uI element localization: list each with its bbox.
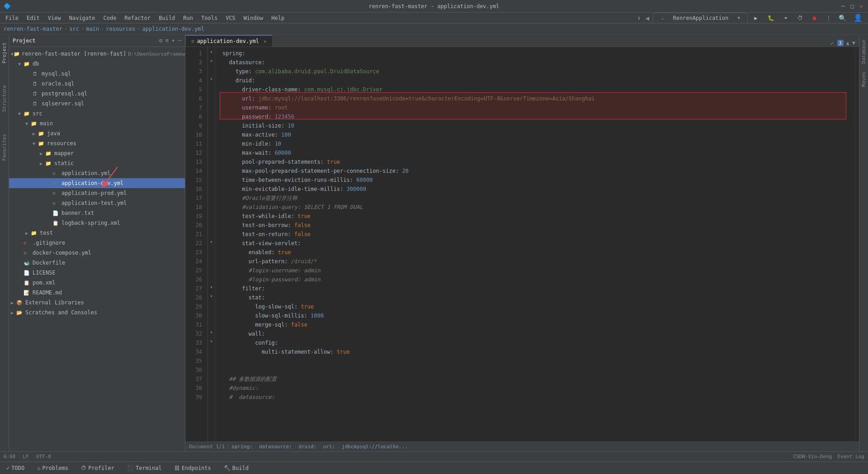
sidebar-layout-icon[interactable]: ≡ [165,37,169,44]
breadcrumb-spring[interactable]: spring: [231,444,252,450]
breadcrumb-datasource[interactable]: datasource: [259,444,292,450]
menu-build[interactable]: Build [155,14,179,22]
menu-refactor[interactable]: Refactor [121,14,154,22]
run-config[interactable]: ☕ RenrenApplication ▼ [653,13,748,24]
gutter-row-28[interactable]: ▾ [208,291,215,300]
menu-help[interactable]: Help [268,14,288,22]
gutter-row-32[interactable]: ▾ [208,327,215,337]
tree-item-app-yml[interactable]: ⚙ application.yml [9,168,185,178]
tree-item-main[interactable]: ▼ 📁 main [9,118,185,128]
breadcrumb-jdbc[interactable]: jdbcmysql://localho... [342,444,408,450]
stop-button[interactable]: ■ [809,14,820,22]
coverage-button[interactable]: ☂ [781,14,791,22]
menu-window[interactable]: Window [240,14,267,22]
tree-item-app-dev-yml[interactable]: ⚙ application-dev.yml [9,178,185,188]
gutter-row-34 [208,346,215,355]
menu-file[interactable]: File [2,14,22,22]
tree-item-logback[interactable]: 📋 logback-spring.xml [9,218,185,228]
structure-tool-label[interactable]: Structure [0,83,9,114]
gutter-row-27[interactable]: ▾ [208,282,215,291]
tree-item-app-test-yml[interactable]: ⚙ application-test.yml [9,198,185,208]
code-area[interactable]: spring: datasource: type: com.alibaba.dr… [215,47,855,441]
menu-edit[interactable]: Edit [23,14,43,22]
tree-item-src[interactable]: ▼ 📁 src [9,109,185,118]
breadcrumb-url[interactable]: url: [323,444,335,450]
menu-navigate[interactable]: Navigate [66,14,99,22]
menu-view[interactable]: View [44,14,65,22]
code-line-5: driver-class-name: com.mysql.cj.jdbc.Dri… [222,85,855,94]
fold-all-icon[interactable]: ▲ [846,40,849,46]
breadcrumb-druid[interactable]: druid: [299,444,317,450]
vcs-icon[interactable]: ⬆ [636,14,642,23]
todo-button[interactable]: ✓ TODO [4,464,27,472]
maven-panel-button[interactable]: Maven [860,68,868,90]
back-icon[interactable]: ◀ [645,14,650,23]
tab-app-dev-yml[interactable]: ⚙ application-dev.yml ✕ [185,35,273,47]
tree-item-app-prod-yml[interactable]: ⚙ application-prod.yml [9,188,185,198]
sidebar-minimize-icon[interactable]: ─ [178,37,181,44]
breadcrumb-src[interactable]: src [69,26,79,32]
menu-code[interactable]: Code [100,14,120,22]
tree-item-gitignore[interactable]: ⊘ .gitignore [9,238,185,248]
breadcrumb-main[interactable]: main [86,26,99,32]
tree-item-mysql[interactable]: 🗒 mysql.sql [9,69,185,79]
tree-item-resources[interactable]: ▼ 📁 resources [9,138,185,148]
close-button[interactable]: ✕ [858,3,864,9]
run-config-dropdown-icon[interactable]: ▼ [734,14,744,21]
debug-button[interactable]: 🐛 [764,14,778,22]
unfold-all-icon[interactable]: ▼ [852,40,855,46]
gutter-row-33[interactable]: ▾ [208,337,215,346]
breadcrumb-file[interactable]: application-dev.yml [142,26,204,32]
tree-item-root[interactable]: ▼ 📁 renren-fast-master [renren-fast] D:\… [9,49,185,59]
tree-item-sqlserver[interactable]: 🗒 sqlserver.sql [9,99,185,109]
event-log-button[interactable]: Event Log [837,454,864,460]
problems-button[interactable]: ⚠ Problems [34,464,71,472]
tree-item-readme[interactable]: 📝 README.md [9,288,185,298]
tree-item-static[interactable]: ▶ 📁 static [9,158,185,168]
tree-item-license[interactable]: 📄 LICENSE [9,268,185,278]
database-panel-button[interactable]: Database [860,36,868,67]
sidebar-settings-icon[interactable]: ⚙ [159,37,163,44]
tree-item-java[interactable]: ▶ 📁 java [9,128,185,138]
tree-item-mapper[interactable]: ▶ 📁 mapper [9,148,185,158]
endpoints-button[interactable]: ⛓ Endpoints [172,464,214,472]
gutter-row-4[interactable]: ▾ [208,74,215,83]
minimize-button[interactable]: ─ [840,3,846,9]
sidebar-collapse-icon[interactable]: ▾ [171,37,175,44]
maximize-button[interactable]: □ [849,3,855,9]
tree-label: Scratches and Consoles [25,309,97,316]
tree-item-pom[interactable]: 📋 pom.xml [9,278,185,288]
profiler-button[interactable]: ⏱ Profiler [78,464,117,472]
tree-item-docker-compose[interactable]: ⚙ docker-compose.yml [9,248,185,258]
minimap-scrollbar[interactable] [855,47,859,441]
tree-item-scratches[interactable]: ▶ 📂 Scratches and Consoles [9,308,185,318]
menu-vcs[interactable]: VCS [222,14,239,22]
terminal-button[interactable]: ⬛ Terminal [124,464,165,472]
avatar-icon[interactable]: 👤 [850,13,866,23]
tree-item-postgresql[interactable]: 🗒 postgresql.sql [9,89,185,99]
tab-close-button[interactable]: ✕ [264,38,267,44]
search-icon[interactable]: 🔍 [838,14,847,23]
tree-item-dockerfile[interactable]: 🐋 Dockerfile [9,258,185,268]
tree-item-banner[interactable]: 📄 banner.txt [9,208,185,218]
more-run-icon[interactable]: ⋮ [822,14,835,22]
project-tool-label[interactable]: Project [0,41,9,65]
gutter-row-2[interactable]: ▾ [208,56,215,65]
menu-tools[interactable]: Tools [198,14,221,22]
favorites-tool-label[interactable]: Favorites [0,132,9,163]
tree-item-oracle[interactable]: 🗒 oracle.sql [9,79,185,89]
gutter-row-12 [208,147,215,156]
breadcrumb-project[interactable]: renren-fast-master [4,26,62,32]
menu-run[interactable]: Run [179,14,197,22]
gutter-row-22[interactable]: ▾ [208,237,215,246]
run-button[interactable]: ▶ [750,14,761,22]
tree-item-db[interactable]: ▼ 📁 db [9,59,185,69]
tree-item-ext-libs[interactable]: ▶ 📦 External Libraries [9,298,185,308]
profile-button[interactable]: ⏱ [794,14,807,22]
xml-icon: 📋 [24,280,31,286]
build-button[interactable]: 🔨 Build [221,464,251,472]
tree-item-test[interactable]: ▶ 📁 test [9,228,185,238]
breadcrumb-resources[interactable]: resources [106,26,135,32]
status-csdn[interactable]: CSDN·Xin-Deng [793,454,832,460]
gutter-row-1[interactable]: ▾ [208,47,215,56]
